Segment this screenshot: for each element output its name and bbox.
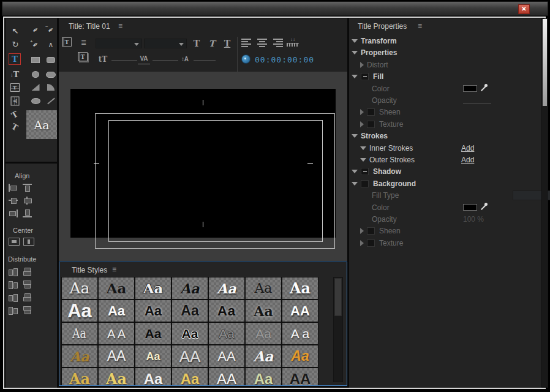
pen-tool[interactable]: ✒ <box>29 24 42 36</box>
style-swatch[interactable]: Aa <box>98 300 135 322</box>
expand-arrow-icon[interactable] <box>360 109 364 115</box>
align-vertical-top-button[interactable] <box>23 184 32 192</box>
style-swatch[interactable]: Aa <box>245 300 282 322</box>
bg-color-color-swatch[interactable] <box>463 204 477 211</box>
background-checkbox[interactable] <box>361 180 369 187</box>
bg-sheen-checkbox[interactable] <box>367 227 375 235</box>
bg-texture-checkbox[interactable] <box>367 239 375 247</box>
title-panel-menu-icon[interactable]: ≡ <box>118 21 122 30</box>
fill-opacity-value-underline[interactable] <box>463 103 491 104</box>
properties-scrollbar-thumb[interactable] <box>543 19 547 106</box>
outer-strokes-add-link[interactable]: Add <box>461 156 474 164</box>
styles-scrollbar-thumb[interactable] <box>334 278 342 316</box>
convert-anchor-point-tool[interactable]: ∧ <box>45 39 57 50</box>
styles-scrollbar[interactable] <box>333 277 343 382</box>
align-horizontal-center-button[interactable] <box>9 197 18 205</box>
style-swatch[interactable]: Aa <box>245 345 282 368</box>
font-family-select[interactable] <box>96 39 142 48</box>
title-canvas[interactable] <box>59 72 347 261</box>
expand-arrow-icon[interactable] <box>360 121 364 127</box>
style-swatch[interactable]: Aa <box>98 368 135 386</box>
templates-button[interactable]: T <box>78 52 88 61</box>
tab-stops-button[interactable]: ↓↓ <box>287 37 299 47</box>
style-swatch[interactable]: Aa <box>282 277 318 300</box>
expand-arrow-icon[interactable] <box>360 240 364 246</box>
collapse-arrow-icon[interactable] <box>352 39 358 43</box>
distribute-horizontal-right-button[interactable] <box>9 293 18 301</box>
arc-tool[interactable] <box>45 81 57 93</box>
collapse-arrow-icon[interactable] <box>352 51 358 55</box>
style-swatch[interactable]: AA <box>171 345 208 368</box>
kerning-control[interactable]: VA <box>138 53 150 64</box>
style-swatch[interactable]: Aa <box>245 322 282 345</box>
font-size-control[interactable]: tT <box>97 54 109 65</box>
show-background-video-button[interactable] <box>241 55 251 64</box>
vertical-area-type-tool[interactable]: T <box>9 95 21 107</box>
ellipse-tool[interactable] <box>29 95 42 107</box>
fill-color-color-swatch[interactable] <box>463 85 477 92</box>
style-swatch[interactable]: Aa <box>282 345 318 368</box>
style-swatch[interactable]: Aa <box>135 322 171 345</box>
rotation-tool[interactable]: ↻ <box>9 39 21 50</box>
shadow-checkbox[interactable] <box>361 168 369 175</box>
bold-button[interactable]: T <box>191 38 202 49</box>
style-swatch[interactable]: Aa <box>171 277 208 300</box>
align-text-right-button[interactable] <box>273 39 283 47</box>
style-swatch[interactable]: Aa <box>208 300 245 322</box>
properties-panel-menu-icon[interactable]: ≡ <box>418 21 422 30</box>
distribute-horizontal-even-button[interactable] <box>9 306 18 314</box>
style-swatch[interactable]: Aa <box>61 322 98 345</box>
new-title-button[interactable]: T <box>62 37 72 47</box>
font-preview-swatch[interactable]: Aa <box>26 110 57 139</box>
center-horizontal-button[interactable] <box>23 238 34 246</box>
style-swatch[interactable]: A A <box>98 322 135 345</box>
fill-sheen-checkbox[interactable] <box>367 108 375 116</box>
properties-scrollbar[interactable] <box>541 18 548 388</box>
distribute-vertical-center-button[interactable] <box>23 281 32 288</box>
add-anchor-point-tool[interactable]: ✒+ <box>29 39 42 50</box>
collapse-arrow-icon[interactable] <box>360 146 366 150</box>
style-swatch[interactable]: Aa <box>135 368 171 386</box>
timecode-display[interactable]: 00:00:00:00 <box>255 55 314 64</box>
distribute-vertical-top-button[interactable] <box>23 268 32 276</box>
expand-arrow-icon[interactable] <box>360 62 364 68</box>
style-swatch[interactable]: A a <box>282 322 318 345</box>
style-swatch[interactable]: AA <box>208 345 245 368</box>
clipped-corner-rectangle-tool[interactable] <box>29 69 42 80</box>
style-swatch[interactable]: Aa <box>61 277 98 300</box>
style-swatch[interactable]: Aa <box>245 368 282 386</box>
vertical-type-tool[interactable]: ↓T <box>9 69 21 80</box>
expand-arrow-icon[interactable] <box>360 228 364 234</box>
style-swatch[interactable]: Aa <box>135 277 171 300</box>
style-swatch[interactable]: Aa <box>61 368 98 386</box>
window-titlebar[interactable]: ✕ <box>2 1 548 16</box>
roll-crawl-options-button[interactable]: ≣ <box>78 37 89 47</box>
style-swatch[interactable]: AA <box>282 368 318 386</box>
style-swatch[interactable]: AA <box>282 300 318 322</box>
distribute-horizontal-left-button[interactable] <box>9 268 18 276</box>
styles-panel-menu-icon[interactable]: ≡ <box>112 265 116 274</box>
style-swatch[interactable]: AA <box>208 368 245 386</box>
selection-tool[interactable]: ↖ <box>9 25 21 37</box>
style-swatch[interactable]: Aa <box>208 277 245 300</box>
rounded-corner-rectangle-tool[interactable] <box>45 54 57 66</box>
align-text-center-button[interactable] <box>257 39 267 47</box>
collapse-arrow-icon[interactable] <box>352 170 358 173</box>
style-swatch[interactable]: Aa <box>61 300 98 322</box>
collapse-arrow-icon[interactable] <box>352 182 358 186</box>
collapse-arrow-icon[interactable] <box>352 134 358 138</box>
underline-button[interactable]: T <box>222 38 233 49</box>
align-text-left-button[interactable] <box>241 39 251 47</box>
style-swatch[interactable]: Aa <box>171 322 208 345</box>
style-swatch[interactable]: Aa <box>61 345 98 368</box>
align-vertical-bottom-button[interactable] <box>23 209 32 217</box>
align-horizontal-left-button[interactable] <box>9 184 18 192</box>
align-horizontal-right-button[interactable] <box>9 209 18 217</box>
font-style-select[interactable] <box>144 39 187 48</box>
align-vertical-center-button[interactable] <box>23 197 32 205</box>
distribute-vertical-even-button[interactable] <box>23 306 32 314</box>
distribute-horizontal-center-button[interactable] <box>9 281 18 288</box>
style-swatch[interactable]: Aa <box>98 277 135 300</box>
distribute-vertical-bottom-button[interactable] <box>23 293 32 301</box>
style-swatch[interactable]: Aa <box>135 345 171 368</box>
